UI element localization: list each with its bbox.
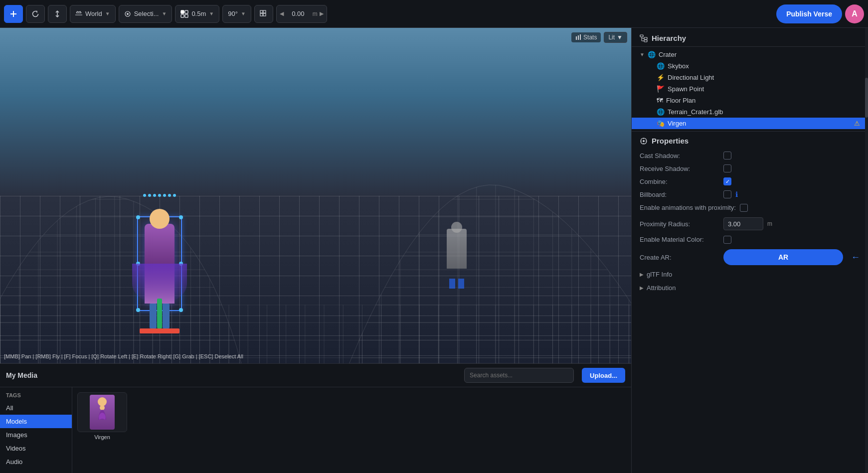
- selection-dropdown[interactable]: Selecti... ▼: [119, 5, 173, 23]
- distance-decrement[interactable]: ◀: [280, 10, 284, 17]
- bottom-actions: Upload...: [464, 368, 625, 383]
- grid-icon: [260, 10, 268, 18]
- hier-item-terrain[interactable]: 🌐 Terrain_Crater1.glb: [632, 106, 868, 118]
- grid-btn[interactable]: [254, 5, 273, 23]
- prop-cast-shadow-row: Cast Shadow:: [632, 149, 868, 162]
- world-icon: [75, 10, 82, 17]
- hier-item-skybox[interactable]: 🌐 Skybox: [632, 60, 868, 72]
- tag-all[interactable]: All: [0, 401, 72, 415]
- character-body: [145, 224, 174, 304]
- svg-rect-16: [576, 36, 577, 40]
- transform-y-axis: [157, 299, 162, 328]
- proximity-radius-input[interactable]: [723, 217, 763, 230]
- tag-models[interactable]: Models: [0, 415, 72, 428]
- main-area: Stats Lit ▼ [MMB] Pan | [RMB] Fly | [F] …: [0, 28, 868, 473]
- asset-virgen-thumb: [77, 392, 127, 432]
- hierarchy-title: Hierarchy: [652, 34, 686, 42]
- my-media-title: My Media: [6, 371, 37, 379]
- viewport-stats: Stats Lit ▼: [571, 32, 627, 43]
- upload-button[interactable]: Upload...: [582, 368, 625, 383]
- lit-dropdown[interactable]: Lit ▼: [604, 32, 627, 43]
- svg-rect-21: [644, 37, 647, 39]
- viewport-canvas[interactable]: Stats Lit ▼ [MMB] Pan | [RMB] Fly | [F] …: [0, 28, 631, 363]
- properties-icon: [640, 137, 648, 145]
- tags-label: Tags: [0, 391, 72, 401]
- tag-pdf[interactable]: PDF: [0, 469, 72, 473]
- terrain-icon: 🌐: [657, 108, 665, 116]
- billboard-info-icon[interactable]: ℹ: [735, 190, 738, 198]
- billboard-checkbox[interactable]: [723, 190, 731, 198]
- scrollbar-thumb[interactable]: [865, 78, 868, 118]
- prop-billboard-row: Billboard: ℹ: [632, 188, 868, 201]
- scrollbar-track[interactable]: [865, 28, 868, 473]
- enable-material-color-checkbox[interactable]: [723, 236, 731, 244]
- transform-btn[interactable]: [4, 5, 23, 23]
- character-head: [150, 209, 170, 229]
- svg-point-19: [100, 405, 105, 410]
- virgen-label: Virgen: [668, 120, 686, 127]
- cast-shadow-checkbox[interactable]: [723, 152, 731, 159]
- tag-audio[interactable]: Audio: [0, 455, 72, 469]
- attribution-arrow: ▶: [640, 285, 644, 291]
- tag-images[interactable]: Images: [0, 428, 72, 442]
- search-assets-input[interactable]: [464, 368, 574, 383]
- selection-arrow: ▼: [162, 11, 167, 16]
- asset-virgen-name: Virgen: [94, 434, 110, 440]
- enable-animations-checkbox[interactable]: [740, 204, 748, 212]
- refresh-btn[interactable]: [26, 5, 45, 23]
- svg-rect-18: [580, 34, 581, 40]
- move-icon: [53, 10, 61, 18]
- cast-shadow-label: Cast Shadow:: [640, 152, 719, 159]
- asset-virgen[interactable]: Virgen: [77, 392, 127, 468]
- billboard-label: Billboard:: [640, 191, 719, 198]
- publish-button[interactable]: Publish Verse: [776, 4, 842, 23]
- lit-label: Lit: [608, 34, 615, 41]
- character-virgen[interactable]: [130, 204, 189, 304]
- tag-videos[interactable]: Videos: [0, 442, 72, 455]
- sel-dot-bl: [136, 308, 140, 312]
- angle-label: 90°: [228, 10, 238, 17]
- distance-increment[interactable]: ▶: [320, 10, 324, 17]
- prop-enable-animations-row: Enable animations with proximity:: [632, 201, 868, 215]
- hier-item-virgen[interactable]: 🎭 Virgen ⚠: [632, 118, 868, 129]
- svg-rect-12: [263, 10, 266, 13]
- hier-item-crater[interactable]: ▼ 🌐 Crater: [632, 49, 868, 60]
- distance-input[interactable]: 0.00: [286, 10, 311, 17]
- bottom-content: Tags All Models Images Videos Audio PDF: [0, 387, 631, 473]
- skybox-icon: 🌐: [657, 62, 665, 70]
- hier-item-spawn-point[interactable]: 🚩 Spawn Point: [632, 83, 868, 95]
- svg-rect-20: [640, 35, 643, 37]
- move-btn[interactable]: [48, 5, 67, 23]
- scroll-spacer: [632, 295, 868, 394]
- crater-label: Crater: [659, 51, 677, 58]
- gltf-info-row[interactable]: ▶ glTF Info: [632, 268, 868, 281]
- avatar-button[interactable]: A: [845, 4, 864, 23]
- prop-enable-material-color-row: Enable Material Color:: [632, 233, 868, 247]
- snap-dropdown[interactable]: 0.5m ▼: [175, 5, 219, 23]
- world-dropdown[interactable]: World ▼: [70, 5, 116, 23]
- hierarchy-header: Hierarchy: [632, 28, 868, 47]
- spawn-icon: 🚩: [657, 85, 665, 93]
- crown-dots: [140, 194, 179, 197]
- properties-header: Properties: [632, 132, 868, 149]
- right-panel: Hierarchy ▼ 🌐 Crater 🌐 Skybox ⚡ Directio…: [631, 28, 868, 473]
- svg-rect-14: [263, 13, 266, 16]
- hier-item-floor-plan[interactable]: 🗺 Floor Plan: [632, 95, 868, 106]
- enable-material-color-label: Enable Material Color:: [640, 235, 719, 244]
- hier-item-directional-light[interactable]: ⚡ Directional Light: [632, 72, 868, 83]
- svg-rect-9: [181, 14, 184, 17]
- stats-badge[interactable]: Stats: [571, 32, 601, 42]
- enable-animations-label: Enable animations with proximity:: [640, 203, 736, 212]
- receive-shadow-checkbox[interactable]: [723, 164, 731, 172]
- combine-checkbox[interactable]: [723, 177, 731, 185]
- svg-rect-8: [185, 10, 188, 13]
- bottom-panel: My Media Upload... Tags All Models Image…: [0, 363, 631, 473]
- floor-plan-label: Floor Plan: [666, 97, 695, 104]
- attribution-label: Attribution: [647, 284, 676, 292]
- attribution-row[interactable]: ▶ Attribution: [632, 281, 868, 295]
- prop-create-ar-row: Create AR: AR ←: [632, 247, 868, 268]
- ar-button[interactable]: AR: [723, 249, 843, 265]
- angle-dropdown[interactable]: 90° ▼: [222, 5, 251, 23]
- spawn-point-label: Spawn Point: [668, 85, 704, 93]
- svg-rect-10: [185, 14, 188, 17]
